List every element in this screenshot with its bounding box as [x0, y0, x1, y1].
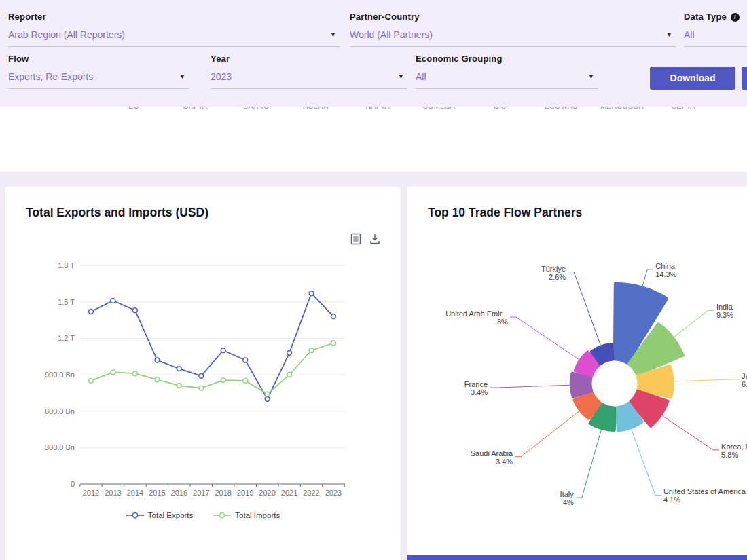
grouping-tab-asean[interactable]: ASEAN [303, 107, 328, 110]
grouping-tab-eu[interactable]: EU [128, 107, 139, 110]
svg-text:2017: 2017 [193, 489, 209, 497]
grouping-tab-cefta[interactable]: CEFTA [671, 107, 695, 110]
reporter-value: Arab Region (All Reporters) [8, 29, 125, 40]
svg-text:6.2%: 6.2% [742, 380, 747, 388]
partner-country-filter: Partner-Country World (All Partners) ▼ [350, 12, 676, 47]
svg-text:5.8%: 5.8% [721, 451, 738, 459]
info-icon[interactable]: i [731, 13, 740, 22]
svg-text:2018: 2018 [215, 489, 231, 497]
svg-text:Japan: Japan [742, 372, 747, 380]
exports-imports-card: Total Exports and Imports (USD) 0300.0 B… [5, 187, 401, 560]
economic-grouping-filter: Economic Grouping All ▼ [416, 54, 598, 89]
svg-text:Korea, Rep.: Korea, Rep. [721, 443, 747, 451]
economic-grouping-value: All [416, 71, 426, 82]
partner-country-value: World (All Partners) [350, 29, 433, 40]
partial-footer-bar [407, 555, 747, 560]
year-label: Year [211, 54, 407, 64]
svg-text:France: France [464, 380, 488, 388]
year-value: 2023 [211, 71, 232, 82]
svg-text:2013: 2013 [105, 489, 121, 497]
svg-text:1.8 T: 1.8 T [58, 261, 75, 269]
legend-total-exports[interactable]: Total Exports [126, 511, 193, 519]
svg-text:China: China [655, 262, 676, 270]
svg-text:9.3%: 9.3% [716, 311, 733, 319]
grouping-tab-nafta[interactable]: NAFTA [365, 107, 389, 110]
chevron-down-icon: ▼ [330, 31, 336, 38]
reporter-filter: Reporter Arab Region (All Reporters) ▼ [8, 12, 340, 47]
svg-text:2015: 2015 [149, 489, 165, 497]
grouping-tab-cis[interactable]: CIS [494, 107, 506, 110]
grouping-tab-gafta[interactable]: GAFTA [183, 107, 207, 110]
reporter-select[interactable]: Arab Region (All Reporters) ▼ [8, 29, 340, 47]
svg-text:2019: 2019 [237, 489, 253, 497]
svg-text:300.0 Bn: 300.0 Bn [45, 443, 75, 451]
svg-text:2021: 2021 [281, 489, 297, 497]
svg-text:2023: 2023 [325, 489, 342, 497]
year-select[interactable]: 2023 ▼ [211, 71, 407, 89]
data-type-value: All [684, 29, 695, 40]
filter-bar: Reporter Arab Region (All Reporters) ▼ P… [0, 0, 747, 107]
grouping-tab-ecowas[interactable]: ECOWAS [545, 107, 578, 110]
svg-text:3.4%: 3.4% [496, 458, 513, 466]
imports-legend-icon [213, 512, 231, 519]
svg-text:United Arab Emir...: United Arab Emir... [445, 310, 508, 318]
chevron-down-icon: ▼ [398, 73, 404, 80]
data-type-label: Data Typei [684, 12, 747, 22]
svg-text:2022: 2022 [303, 489, 319, 497]
svg-text:Türkiye: Türkiye [541, 265, 566, 273]
chart-legend: Total Exports Total Imports [5, 511, 401, 519]
svg-text:2020: 2020 [259, 489, 275, 497]
line-chart-canvas[interactable]: 0300.0 Bn600.0 Bn900.0 Bn1.2 T1.5 T1.8 T… [15, 242, 382, 511]
download-button[interactable]: Download [650, 67, 735, 90]
svg-text:3.4%: 3.4% [471, 388, 488, 396]
svg-text:1.5 T: 1.5 T [58, 298, 75, 306]
svg-text:14.3%: 14.3% [655, 270, 676, 278]
chevron-down-icon: ▼ [179, 73, 185, 80]
svg-text:Italy: Italy [560, 490, 575, 498]
svg-text:0: 0 [71, 480, 75, 488]
flow-select[interactable]: Exports, Re-Exports ▼ [8, 71, 189, 89]
legend-label: Total Imports [235, 511, 280, 519]
svg-text:900.0 Bn: 900.0 Bn [45, 371, 75, 379]
legend-label: Total Exports [148, 511, 193, 519]
rose-chart-title: Top 10 Trade Flow Partners [428, 206, 747, 220]
rose-chart-canvas[interactable]: China14.3%India9.3%Japan6.2%Korea, Rep.5… [407, 221, 747, 546]
flow-filter: Flow Exports, Re-Exports ▼ [8, 54, 189, 89]
svg-text:600.0 Bn: 600.0 Bn [45, 407, 75, 415]
chevron-down-icon: ▼ [588, 73, 594, 80]
legend-total-imports[interactable]: Total Imports [213, 511, 280, 519]
svg-text:Saudi Arabia: Saudi Arabia [471, 449, 513, 458]
svg-text:United States of America: United States of America [663, 487, 746, 496]
trade-dashboard: Reporter Arab Region (All Reporters) ▼ P… [0, 0, 747, 560]
economic-grouping-select[interactable]: All ▼ [416, 71, 598, 89]
grouping-tabs-row: EUGAFTASAARCASEANNAFTACOMESACISECOWASMER… [0, 107, 747, 116]
top-partners-card: Top 10 Trade Flow Partners China14.3%Ind… [407, 187, 747, 555]
grouping-tab-saarc[interactable]: SAARC [243, 107, 269, 110]
svg-text:2012: 2012 [83, 489, 99, 497]
line-chart-title: Total Exports and Imports (USD) [26, 206, 401, 220]
svg-text:2016: 2016 [171, 489, 187, 497]
svg-text:India: India [716, 303, 733, 311]
svg-text:4.1%: 4.1% [663, 496, 680, 504]
svg-text:2.6%: 2.6% [549, 273, 566, 281]
economic-grouping-label: Economic Grouping [416, 54, 598, 64]
data-type-select[interactable]: All [684, 29, 747, 47]
exports-legend-icon [126, 512, 144, 519]
flow-value: Exports, Re-Exports [8, 71, 93, 82]
grouping-tabs-strip: EUGAFTASAARCASEANNAFTACOMESACISECOWASMER… [0, 107, 747, 172]
chevron-down-icon: ▼ [666, 31, 672, 38]
data-type-filter: Data Typei All [684, 12, 747, 47]
grouping-tab-mercosur[interactable]: MERCOSUR [600, 107, 644, 110]
partial-button-edge[interactable] [742, 67, 747, 90]
flow-label: Flow [8, 54, 189, 64]
partner-country-label: Partner-Country [350, 12, 676, 22]
year-filter: Year 2023 ▼ [211, 54, 407, 89]
svg-text:2014: 2014 [127, 489, 143, 497]
reporter-label: Reporter [8, 12, 340, 22]
svg-text:1.2 T: 1.2 T [58, 334, 75, 342]
partner-country-select[interactable]: World (All Partners) ▼ [350, 29, 676, 47]
grouping-tab-comesa[interactable]: COMESA [422, 107, 455, 110]
svg-text:3%: 3% [497, 318, 508, 326]
svg-text:4%: 4% [563, 498, 574, 506]
